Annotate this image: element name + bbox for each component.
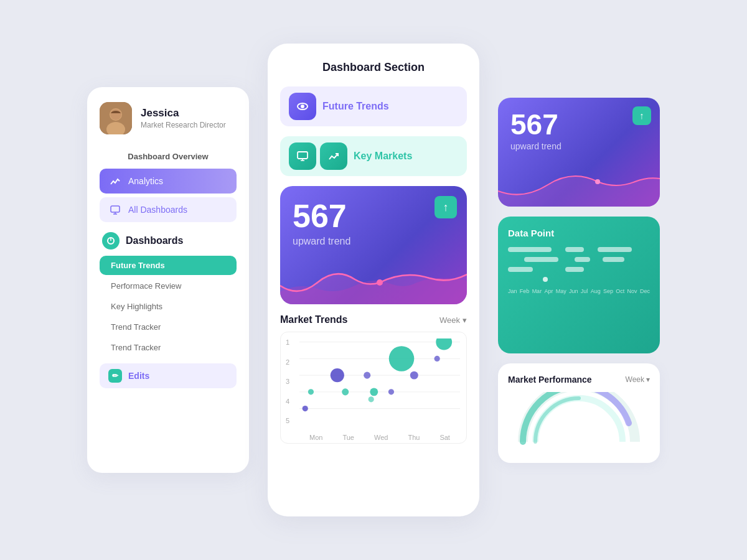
stats-card: 567 upward trend ↑ [280, 186, 467, 304]
week-selector[interactable]: Week ▾ [439, 315, 467, 325]
sub-nav-perf-review[interactable]: Performace Review [100, 276, 237, 296]
dp-row-1 [508, 247, 650, 252]
mp-title: Market Performance [508, 375, 592, 385]
dp-row-2 [508, 257, 650, 262]
svg-point-25 [364, 372, 370, 379]
svg-point-27 [389, 346, 415, 371]
dp-bar [575, 257, 590, 262]
stats-label: upward trend [293, 236, 454, 247]
trends-section: Market Trends Week ▾ 54321 [280, 314, 467, 444]
right-stats-label: upward trend [510, 141, 647, 151]
arc-chart [508, 392, 650, 448]
user-name: Jessica [141, 107, 226, 119]
center-panel: Dashboard Section Future Trends Key Mark… [268, 44, 479, 516]
svg-point-29 [388, 389, 394, 394]
dp-bar [565, 267, 584, 272]
nav-analytics-label: Analytics [128, 176, 163, 186]
nav-all-dashboards[interactable]: All Dashboards [100, 197, 237, 222]
dp-row-3 [508, 267, 650, 272]
edit-icon: ✏ [108, 369, 122, 383]
center-title: Dashboard Section [280, 61, 467, 74]
bubble-chart-area: 54321 [280, 332, 467, 444]
dashboards-label: Dashboards [126, 235, 183, 246]
svg-point-30 [436, 338, 452, 350]
right-stats-card: 567 upward trend ↑ [498, 98, 660, 207]
analytics-icon [108, 174, 122, 188]
dp-dot [543, 277, 548, 282]
svg-point-24 [370, 388, 378, 396]
svg-point-21 [308, 389, 314, 394]
menu-future-trends-label: Future Trends [322, 101, 389, 112]
dp-bars [508, 247, 650, 282]
dp-bar [565, 247, 584, 252]
svg-point-20 [303, 406, 308, 411]
overview-title: Dashboard Overview [100, 152, 237, 161]
dp-row-4 [508, 277, 650, 282]
sub-nav-key-highlights[interactable]: Key Highlights [100, 297, 237, 316]
nav-all-dashboards-label: All Dashboards [128, 205, 187, 215]
eye-icon-box [289, 93, 316, 120]
svg-point-23 [342, 388, 349, 395]
svg-point-14 [377, 279, 383, 286]
svg-point-31 [435, 356, 440, 362]
svg-point-3 [110, 109, 121, 120]
dp-bar [603, 257, 624, 262]
right-stats-number: 567 [510, 110, 647, 139]
trends-title: Market Trends [280, 314, 347, 325]
edits-label: Edits [128, 371, 149, 381]
dp-bar [598, 247, 632, 252]
stats-number: 567 [293, 200, 454, 232]
trend-icon-box [320, 142, 347, 170]
data-point-card: Data Point [498, 217, 660, 353]
edits-item[interactable]: ✏ Edits [100, 363, 237, 388]
svg-rect-11 [298, 152, 308, 159]
svg-point-10 [301, 105, 304, 108]
svg-point-28 [410, 371, 418, 380]
left-panel: Jessica Market Research Director Dashboa… [87, 87, 249, 473]
mp-header: Market Performance Week ▾ [508, 375, 650, 385]
dashboards-icon [102, 232, 120, 250]
sub-nav-future-trends[interactable]: Future Trends [100, 256, 237, 275]
right-panel: 567 upward trend ↑ Data Point [498, 98, 660, 463]
user-section: Jessica Market Research Director [100, 102, 237, 134]
monitor-icon-box [289, 142, 316, 170]
dashboards-header: Dashboards [102, 232, 237, 250]
svg-point-22 [331, 368, 344, 382]
x-labels: MonTueWedThuSat [299, 434, 460, 441]
dp-month-labels: Jan Feb Mar Apr May Jun Jul Aug Sep Oct … [508, 288, 650, 294]
svg-point-32 [595, 179, 600, 184]
y-labels: 54321 [286, 338, 289, 424]
right-arrow-btn[interactable]: ↑ [632, 106, 651, 125]
menu-key-markets-label: Key Markets [354, 151, 412, 162]
market-perf-card: Market Performance Week ▾ [498, 363, 660, 463]
user-role: Market Research Director [141, 121, 226, 129]
user-info: Jessica Market Research Director [141, 107, 226, 129]
menu-future-trends[interactable]: Future Trends [280, 86, 467, 126]
trends-header: Market Trends Week ▾ [280, 314, 467, 325]
sub-nav-trend-tracker-1[interactable]: Trend Tracker [100, 317, 237, 337]
sub-nav-trend-tracker-2[interactable]: Trend Tracker [100, 338, 237, 357]
svg-rect-4 [111, 206, 120, 212]
dp-bar [508, 247, 552, 252]
svg-point-26 [369, 396, 374, 402]
dp-bar [508, 267, 533, 272]
avatar [100, 102, 132, 134]
mp-week-selector[interactable]: Week ▾ [626, 375, 650, 384]
data-point-title: Data Point [508, 228, 650, 238]
dp-bar [524, 257, 558, 262]
stats-arrow-btn[interactable]: ↑ [435, 196, 457, 218]
menu-key-markets[interactable]: Key Markets [280, 136, 467, 176]
nav-analytics[interactable]: Analytics [100, 169, 237, 194]
monitor-icon [108, 203, 122, 217]
